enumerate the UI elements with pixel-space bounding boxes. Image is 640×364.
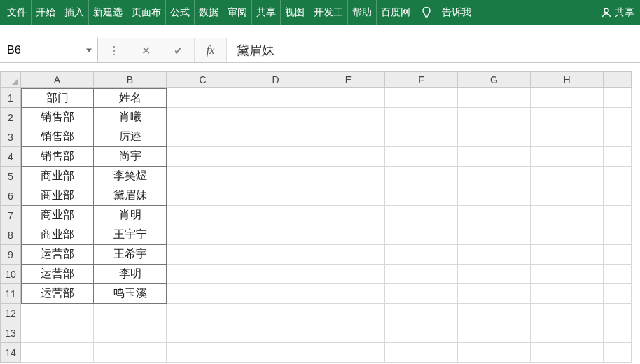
cell[interactable] xyxy=(531,108,604,127)
cell[interactable] xyxy=(239,323,312,343)
cell[interactable]: 商业部 xyxy=(21,186,94,206)
cell[interactable] xyxy=(239,127,312,147)
cell[interactable] xyxy=(531,265,604,284)
cell[interactable] xyxy=(167,323,239,343)
row-header[interactable]: 6 xyxy=(0,186,21,206)
cell[interactable] xyxy=(167,206,239,225)
cell[interactable]: 王希宇 xyxy=(94,245,167,265)
cell[interactable] xyxy=(604,265,632,284)
spreadsheet-grid[interactable]: ABCDEFGH1部门姓名2销售部肖曦3销售部厉逵4销售部尚宇5商业部李笑煜6商… xyxy=(0,71,640,363)
column-header[interactable]: H xyxy=(531,71,604,88)
cell[interactable] xyxy=(604,127,632,147)
row-header[interactable]: 5 xyxy=(0,167,21,186)
cell[interactable] xyxy=(239,284,312,304)
share-button[interactable]: 共享 xyxy=(615,6,634,19)
cell[interactable] xyxy=(604,323,632,343)
cell[interactable]: 姓名 xyxy=(94,88,167,108)
cell[interactable] xyxy=(312,265,385,284)
cell[interactable] xyxy=(604,206,632,225)
formula-dots-icon[interactable]: ⋮ xyxy=(98,38,130,62)
cell[interactable]: 李明 xyxy=(94,265,167,284)
cell[interactable] xyxy=(458,304,531,323)
cell[interactable] xyxy=(458,186,531,206)
menu-tellme[interactable]: 告诉我 xyxy=(438,0,475,25)
cell[interactable] xyxy=(167,304,239,323)
cell[interactable] xyxy=(167,225,239,245)
cell[interactable] xyxy=(531,323,604,343)
cell[interactable] xyxy=(385,167,458,186)
cell[interactable] xyxy=(167,88,239,108)
column-header[interactable] xyxy=(604,71,632,88)
cell[interactable]: 商业部 xyxy=(21,167,94,186)
menu-home[interactable]: 开始 xyxy=(32,0,60,25)
menu-view[interactable]: 视图 xyxy=(281,0,309,25)
cell[interactable]: 王宇宁 xyxy=(94,225,167,245)
cell[interactable] xyxy=(385,304,458,323)
cell[interactable] xyxy=(531,206,604,225)
cell[interactable] xyxy=(167,108,239,127)
cell[interactable]: 黛眉妹 xyxy=(94,186,167,206)
cell[interactable]: 运营部 xyxy=(21,284,94,304)
column-header[interactable]: G xyxy=(458,71,531,88)
cell[interactable] xyxy=(458,265,531,284)
cell[interactable] xyxy=(312,245,385,265)
cancel-icon[interactable]: ✕ xyxy=(130,38,162,62)
cell[interactable] xyxy=(458,323,531,343)
row-header[interactable]: 13 xyxy=(0,323,21,343)
confirm-icon[interactable]: ✔ xyxy=(162,38,195,62)
cell[interactable] xyxy=(458,206,531,225)
name-box[interactable]: B6 xyxy=(0,38,98,62)
cell[interactable] xyxy=(385,284,458,304)
menu-review[interactable]: 审阅 xyxy=(223,0,252,25)
row-header[interactable]: 14 xyxy=(0,343,21,363)
cell[interactable] xyxy=(21,323,94,343)
cell[interactable] xyxy=(385,88,458,108)
cell[interactable]: 运营部 xyxy=(21,245,94,265)
cell[interactable] xyxy=(458,245,531,265)
cell[interactable] xyxy=(385,323,458,343)
cell[interactable] xyxy=(239,265,312,284)
cell[interactable] xyxy=(312,147,385,167)
cell[interactable] xyxy=(458,127,531,147)
cell[interactable]: 销售部 xyxy=(21,108,94,127)
cell[interactable] xyxy=(531,225,604,245)
row-header[interactable]: 12 xyxy=(0,304,21,323)
cell[interactable] xyxy=(531,167,604,186)
cell[interactable] xyxy=(167,186,239,206)
cell[interactable] xyxy=(385,225,458,245)
cell[interactable] xyxy=(458,88,531,108)
cell[interactable]: 肖曦 xyxy=(94,108,167,127)
cell[interactable] xyxy=(458,108,531,127)
lightbulb-icon[interactable] xyxy=(415,6,438,19)
cell[interactable] xyxy=(167,284,239,304)
cell[interactable] xyxy=(239,225,312,245)
cell[interactable]: 运营部 xyxy=(21,265,94,284)
select-all-corner[interactable] xyxy=(0,71,21,88)
cell[interactable] xyxy=(458,167,531,186)
menu-data[interactable]: 数据 xyxy=(195,0,223,25)
cell[interactable] xyxy=(239,108,312,127)
cell[interactable]: 鸣玉溪 xyxy=(94,284,167,304)
cell[interactable] xyxy=(167,127,239,147)
menu-developer[interactable]: 开发工 xyxy=(309,0,348,25)
cell[interactable] xyxy=(312,186,385,206)
cell[interactable] xyxy=(604,186,632,206)
cell[interactable] xyxy=(239,88,312,108)
row-header[interactable]: 2 xyxy=(0,108,21,127)
row-header[interactable]: 1 xyxy=(0,88,21,108)
cell[interactable] xyxy=(239,343,312,363)
cell[interactable] xyxy=(604,304,632,323)
cell[interactable] xyxy=(385,245,458,265)
row-header[interactable]: 7 xyxy=(0,206,21,225)
column-header[interactable]: D xyxy=(239,71,312,88)
row-header[interactable]: 10 xyxy=(0,265,21,284)
cell[interactable] xyxy=(167,245,239,265)
cell[interactable] xyxy=(458,147,531,167)
cell[interactable] xyxy=(604,88,632,108)
cell[interactable] xyxy=(312,167,385,186)
cell[interactable] xyxy=(604,108,632,127)
cell[interactable] xyxy=(312,284,385,304)
cell[interactable] xyxy=(385,127,458,147)
cell[interactable] xyxy=(531,127,604,147)
cell[interactable] xyxy=(604,225,632,245)
